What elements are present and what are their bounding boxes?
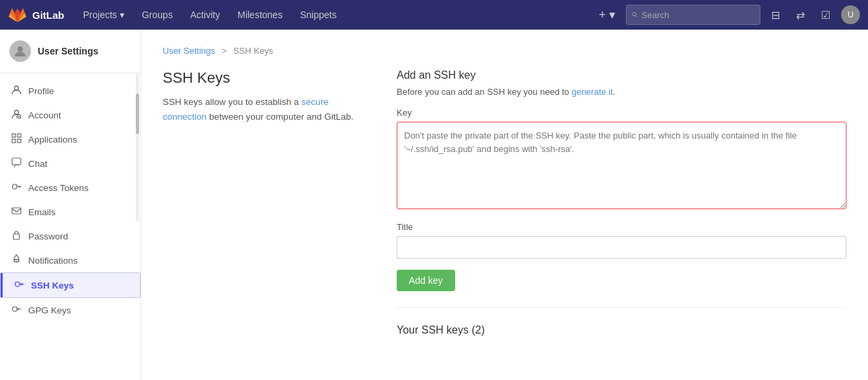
notifications-icon <box>11 254 22 266</box>
sidebar-label-access-tokens: Access Tokens <box>28 183 89 193</box>
title-input[interactable] <box>397 236 846 259</box>
svg-rect-11 <box>12 208 21 214</box>
svg-rect-5 <box>12 134 15 137</box>
sidebar-nav-list: Profile Account <box>0 73 141 328</box>
scrollbar-thumb <box>136 93 139 134</box>
your-ssh-keys-heading: Your SSH keys (2) <box>397 324 846 336</box>
applications-icon <box>11 133 22 145</box>
gitlab-logo-link[interactable]: GitLab <box>8 5 65 24</box>
columns-icon-btn[interactable]: ⊟ <box>766 6 785 24</box>
sidebar-item-notifications[interactable]: Notifications <box>0 248 141 272</box>
sidebar-link-profile[interactable]: Profile <box>0 79 141 103</box>
sidebar-user-section: User Settings <box>0 30 141 73</box>
issues-icon-btn[interactable]: ☑ <box>816 6 836 24</box>
sidebar-link-gpg-keys[interactable]: GPG Keys <box>0 298 141 322</box>
sidebar-label-profile: Profile <box>28 86 54 96</box>
generate-link[interactable]: generate it <box>571 87 613 97</box>
breadcrumb-separator: > <box>222 46 227 56</box>
key-form-group: Key <box>397 108 846 211</box>
svg-rect-8 <box>17 139 21 143</box>
sidebar-item-ssh-keys[interactable]: SSH Keys <box>0 272 141 298</box>
password-icon <box>11 230 22 242</box>
title-form-group: Title <box>397 222 846 259</box>
svg-point-3 <box>14 110 18 114</box>
sidebar-item-account[interactable]: Account <box>0 103 141 127</box>
sidebar-item-gpg-keys[interactable]: GPG Keys <box>0 298 141 322</box>
add-key-button[interactable]: Add key <box>397 270 455 291</box>
sidebar-item-password[interactable]: Password <box>0 224 141 248</box>
breadcrumb-parent-link[interactable]: User Settings <box>163 46 215 56</box>
emails-icon <box>11 206 22 218</box>
sidebar-link-notifications[interactable]: Notifications <box>0 248 141 272</box>
page-columns: SSH Keys SSH keys allow you to establish… <box>163 69 846 336</box>
search-input[interactable] <box>641 10 754 20</box>
key-textarea[interactable] <box>397 122 846 209</box>
svg-rect-13 <box>14 260 19 262</box>
sidebar-label-emails: Emails <box>28 207 56 217</box>
sidebar-item-profile[interactable]: Profile <box>0 79 141 103</box>
key-label: Key <box>397 108 846 118</box>
plus-button[interactable]: + ▾ <box>593 5 621 25</box>
sidebar-label-password: Password <box>28 231 68 241</box>
sidebar-link-chat[interactable]: Chat <box>0 151 141 176</box>
profile-icon <box>11 85 22 97</box>
top-navbar: GitLab Projects ▾ Groups Activity Milest… <box>0 0 868 30</box>
title-label: Title <box>397 222 846 232</box>
sidebar-label-chat: Chat <box>28 159 48 169</box>
sidebar-item-access-tokens[interactable]: Access Tokens <box>0 176 141 200</box>
secure-connection-link[interactable]: secure connection <box>163 97 329 122</box>
breadcrumb-current: SSH Keys <box>233 46 273 56</box>
sidebar: User Settings Profile <box>0 30 141 380</box>
form-helper-text: Before you can add an SSH key you need t… <box>397 87 846 97</box>
svg-rect-7 <box>12 139 15 143</box>
scrollbar-track <box>136 73 139 221</box>
sidebar-label-gpg-keys: GPG Keys <box>28 305 71 315</box>
sidebar-link-applications[interactable]: Applications <box>0 127 141 151</box>
svg-point-1 <box>17 46 23 52</box>
sidebar-link-access-tokens[interactable]: Access Tokens <box>0 176 141 200</box>
nav-projects[interactable]: Projects ▾ <box>75 0 132 30</box>
page-heading: SSH Keys <box>163 69 364 87</box>
section-divider <box>397 307 846 308</box>
sidebar-item-chat[interactable]: Chat <box>0 151 141 176</box>
content-inner: User Settings > SSH Keys SSH Keys SSH ke… <box>141 30 868 352</box>
nav-groups[interactable]: Groups <box>134 0 181 30</box>
right-column: Add an SSH key Before you can add an SSH… <box>397 69 846 336</box>
breadcrumb: User Settings > SSH Keys <box>163 46 846 56</box>
main-layout: User Settings Profile <box>0 30 868 380</box>
chat-icon <box>11 157 22 169</box>
sidebar-label-account: Account <box>28 110 61 120</box>
helper-before: Before you can add an SSH key you need t… <box>397 87 571 97</box>
nav-milestones[interactable]: Milestones <box>229 0 290 30</box>
topnav-right-area: + ▾ ⊟ ⇄ ☑ U <box>593 5 860 25</box>
sidebar-settings-title: User Settings <box>38 46 98 56</box>
ssh-keys-icon <box>13 279 24 291</box>
left-column: SSH Keys SSH keys allow you to establish… <box>163 69 364 336</box>
sidebar-item-applications[interactable]: Applications <box>0 127 141 151</box>
sidebar-link-password[interactable]: Password <box>0 224 141 248</box>
sidebar-link-account[interactable]: Account <box>0 103 141 127</box>
gpg-keys-icon <box>11 304 22 316</box>
helper-after: . <box>613 87 616 97</box>
user-icon <box>13 44 27 58</box>
account-icon <box>11 109 22 121</box>
search-icon <box>632 10 637 20</box>
nav-activity[interactable]: Activity <box>182 0 228 30</box>
nav-snippets[interactable]: Snippets <box>292 0 344 30</box>
user-avatar[interactable]: U <box>841 5 860 24</box>
sidebar-label-ssh-keys: SSH Keys <box>31 280 74 291</box>
sidebar-label-applications: Applications <box>28 135 77 145</box>
main-content: User Settings > SSH Keys SSH Keys SSH ke… <box>141 30 868 380</box>
svg-point-2 <box>14 86 18 90</box>
sidebar-link-emails[interactable]: Emails <box>0 200 141 224</box>
gitlab-logo-icon <box>8 5 27 24</box>
top-nav-links: Projects ▾ Groups Activity Milestones Sn… <box>75 0 594 30</box>
sidebar-link-ssh-keys[interactable]: SSH Keys <box>1 273 140 297</box>
svg-rect-6 <box>17 134 21 137</box>
sidebar-label-notifications: Notifications <box>28 256 78 266</box>
svg-rect-12 <box>13 234 19 239</box>
merge-request-icon-btn[interactable]: ⇄ <box>791 6 810 24</box>
gitlab-text: GitLab <box>32 9 65 21</box>
sidebar-item-emails[interactable]: Emails <box>0 200 141 224</box>
search-box <box>626 5 760 25</box>
